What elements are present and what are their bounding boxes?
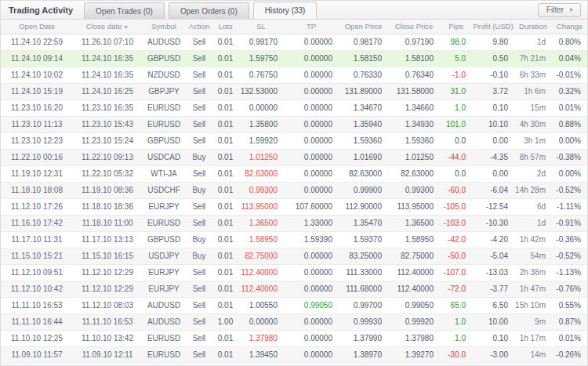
cell-close_date: 11.24.10 16:25 bbox=[73, 83, 142, 100]
cell-open_date: 11.23.10 11:13 bbox=[1, 116, 73, 132]
cell-tp: 0.00000 bbox=[284, 330, 339, 346]
cell-action: Sell bbox=[186, 198, 212, 215]
cell-close_price: 1.39270 bbox=[388, 346, 440, 363]
cell-change: -0.38% bbox=[552, 149, 587, 165]
tab-bar: Trading Activity Open Trades (0) Open Or… bbox=[1, 1, 587, 20]
cell-profit: 9.80 bbox=[472, 34, 514, 50]
column-header-pips[interactable]: Pips bbox=[440, 20, 472, 34]
cell-open_price: 0.99930 bbox=[339, 313, 388, 330]
cell-open_price: 1.35940 bbox=[339, 116, 388, 132]
tab-open-orders[interactable]: Open Orders (0) bbox=[169, 2, 249, 19]
cell-tp: 0.00000 bbox=[284, 165, 339, 182]
trading-activity-widget: Trading Activity Open Trades (0) Open Or… bbox=[0, 0, 588, 366]
cell-action: Sell bbox=[186, 34, 212, 50]
cell-pips: 5.0 bbox=[440, 50, 472, 67]
cell-close_date: 11.09.10 12:11 bbox=[73, 346, 142, 363]
cell-duration: 9m bbox=[514, 313, 552, 330]
cell-profit: 10.10 bbox=[472, 116, 514, 132]
column-header-change[interactable]: Change bbox=[552, 20, 587, 34]
cell-symbol: AUDUSD bbox=[142, 34, 186, 50]
widget-title: Trading Activity bbox=[1, 5, 84, 19]
column-header-symbol[interactable]: Symbol bbox=[142, 20, 186, 34]
cell-close_date: 11.23.10 16:35 bbox=[73, 100, 142, 116]
cell-open_price: 0.99700 bbox=[339, 297, 388, 313]
cell-open_date: 11.24.10 22:59 bbox=[1, 34, 73, 50]
cell-close_date: 11.12.10 08:03 bbox=[73, 297, 142, 313]
cell-action: Sell bbox=[186, 215, 212, 231]
tab-open-trades[interactable]: Open Trades (0) bbox=[84, 2, 165, 19]
cell-lots: 0.01 bbox=[212, 248, 238, 264]
cell-symbol: GBPUSD bbox=[142, 231, 186, 248]
cell-close_date: 11.26.10 07:10 bbox=[73, 34, 142, 50]
cell-open_date: 11.24.10 15:19 bbox=[1, 83, 73, 100]
cell-change: -0.76% bbox=[552, 281, 587, 297]
column-header-open_price[interactable]: Open Price bbox=[339, 20, 388, 34]
cell-lots: 0.01 bbox=[212, 182, 238, 198]
sort-desc-icon: ▼ bbox=[123, 24, 129, 30]
cell-action: Sell bbox=[186, 67, 212, 83]
cell-change: -0.52% bbox=[552, 182, 587, 198]
column-header-action[interactable]: Action bbox=[186, 20, 212, 34]
cell-change: -0.36% bbox=[552, 231, 587, 248]
cell-open_price: 1.59360 bbox=[339, 132, 388, 149]
cell-close_date: 11.19.10 08:36 bbox=[73, 182, 142, 198]
cell-close_price: 1.37980 bbox=[388, 330, 440, 346]
cell-duration: 1h 42m bbox=[514, 231, 552, 248]
cell-action: Buy bbox=[186, 182, 212, 198]
cell-duration: 15m bbox=[514, 100, 552, 116]
cell-close_price: 1.34660 bbox=[388, 100, 440, 116]
cell-duration: 1h 6m bbox=[514, 83, 552, 100]
cell-profit: -6.04 bbox=[472, 182, 514, 198]
cell-lots: 0.01 bbox=[212, 215, 238, 231]
cell-change: 0.88% bbox=[552, 116, 587, 132]
cell-change: -1.13% bbox=[552, 264, 587, 281]
column-header-close_date[interactable]: Close date▼ bbox=[73, 20, 142, 34]
cell-close_price: 1.58950 bbox=[388, 231, 440, 248]
cell-pips: -103.0 bbox=[440, 215, 472, 231]
cell-open_price: 83.25000 bbox=[339, 248, 388, 264]
cell-open_price: 111.68000 bbox=[339, 281, 388, 297]
cell-symbol: AUDUSD bbox=[142, 313, 186, 330]
column-header-tp[interactable]: TP bbox=[284, 20, 339, 34]
cell-duration: 1d bbox=[514, 215, 552, 231]
cell-lots: 0.01 bbox=[212, 281, 238, 297]
cell-close_price: 112.40000 bbox=[388, 281, 440, 297]
cell-lots: 0.01 bbox=[212, 83, 238, 100]
column-header-open_date[interactable]: Open Date bbox=[1, 20, 73, 34]
cell-symbol: EURUSD bbox=[142, 100, 186, 116]
cell-pips: -1.0 bbox=[440, 67, 472, 83]
cell-duration: 7h 21m bbox=[514, 50, 552, 67]
cell-symbol: EURUSD bbox=[142, 346, 186, 363]
tab-history[interactable]: History (33) bbox=[253, 2, 318, 19]
cell-close_date: 11.10.10 13:42 bbox=[73, 330, 142, 346]
table-row: 11.15.10 15:2111.15.10 16:15USDJPYBuy0.0… bbox=[1, 248, 587, 264]
cell-open_date: 11.18.10 18:08 bbox=[1, 182, 73, 198]
cell-action: Buy bbox=[186, 149, 212, 165]
cell-symbol: EURJPY bbox=[142, 198, 186, 215]
cell-action: Sell bbox=[186, 313, 212, 330]
cell-tp: 1.33000 bbox=[284, 215, 339, 231]
cell-lots: 0.01 bbox=[212, 50, 238, 67]
cell-action: Sell bbox=[186, 50, 212, 67]
column-header-close_price[interactable]: Close Price bbox=[388, 20, 440, 34]
column-header-lots[interactable]: Lots bbox=[212, 20, 238, 34]
cell-sl: 1.00550 bbox=[238, 297, 284, 313]
cell-symbol: EURUSD bbox=[142, 330, 186, 346]
cell-symbol: NZDUSD bbox=[142, 67, 186, 83]
cell-action: Sell bbox=[186, 165, 212, 182]
column-header-profit[interactable]: Profit (USD) bbox=[472, 20, 514, 34]
cell-close_price: 0.99300 bbox=[388, 182, 440, 198]
cell-open_price: 1.01690 bbox=[339, 149, 388, 165]
cell-change: 0.87% bbox=[552, 313, 587, 330]
table-row: 11.24.10 10:0211.24.10 16:35NZDUSDSell0.… bbox=[1, 67, 587, 83]
table-row: 11.10.10 12:2511.10.10 13:42EURUSDSell0.… bbox=[1, 330, 587, 346]
column-header-sl[interactable]: SL bbox=[238, 20, 284, 34]
cell-duration: 4h 30m bbox=[514, 116, 552, 132]
table-row: 11.11.10 16:5311.12.10 08:03AUDUSDSell0.… bbox=[1, 297, 587, 313]
cell-lots: 0.01 bbox=[212, 198, 238, 215]
filter-button[interactable]: Filter ▼ bbox=[538, 3, 581, 17]
cell-close_price: 0.97190 bbox=[388, 34, 440, 50]
cell-duration: 1h 17m bbox=[514, 330, 552, 346]
column-header-duration[interactable]: Duration bbox=[514, 20, 552, 34]
cell-change: -0.91% bbox=[552, 215, 587, 231]
